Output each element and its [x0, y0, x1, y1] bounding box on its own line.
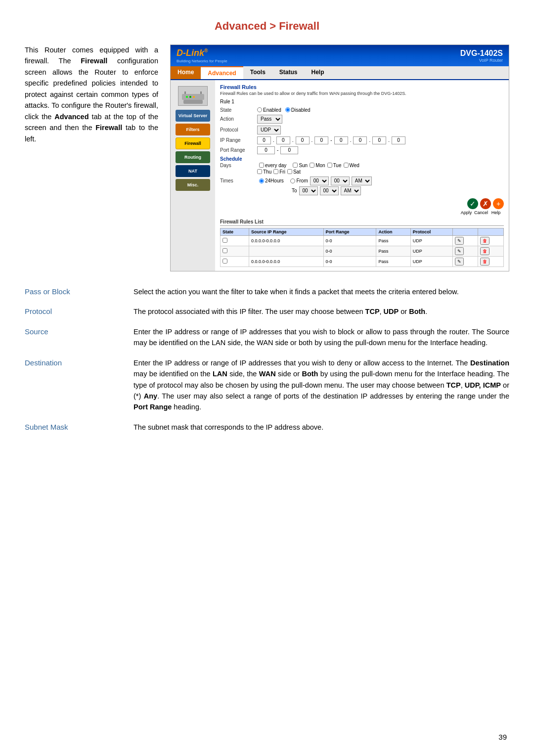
days-sat-label[interactable]: Sat	[287, 169, 301, 175]
term-pass-or-block: Pass or Block	[25, 286, 134, 297]
state-disabled-radio[interactable]	[285, 107, 290, 112]
device-type: VoIP Router	[460, 58, 503, 63]
sidebar-item-nat[interactable]: NAT	[176, 165, 210, 177]
days-mon-checkbox[interactable]	[310, 163, 314, 168]
times-24hours-label[interactable]: 24Hours	[259, 178, 284, 183]
state-controls: Enabled Disabled	[257, 107, 311, 113]
schedule-section-label: Schedule	[220, 156, 504, 162]
days-mon-label[interactable]: Mon	[310, 163, 325, 168]
fw-rule-1-state[interactable]	[222, 238, 227, 243]
svg-rect-2	[200, 91, 202, 94]
col-delete	[478, 228, 503, 235]
ip-range-row: IP Range . . . - . .	[220, 136, 504, 144]
days-thu-checkbox[interactable]	[257, 169, 262, 174]
router-nav: Home Advanced Tools Status Help	[171, 66, 509, 80]
help-button[interactable]: +	[493, 198, 504, 209]
action-select[interactable]: Pass Block	[257, 115, 282, 124]
def-source: Enter the IP address or range of IP addr…	[134, 326, 509, 349]
times-from-label[interactable]: From	[290, 178, 308, 183]
nav-tab-status[interactable]: Status	[272, 66, 305, 79]
protocol-row: Protocol UDP TCP Both	[220, 126, 504, 134]
sidebar-item-firewall[interactable]: Firewall	[176, 137, 210, 149]
sidebar-item-virtual-server[interactable]: Virtual Server	[176, 110, 210, 122]
device-info: DVG-1402S VoIP Router	[460, 49, 503, 63]
sidebar-item-routing[interactable]: Routing	[176, 151, 210, 163]
ip-range-input-5[interactable]	[334, 136, 348, 144]
svg-rect-6	[183, 100, 203, 104]
nav-tab-home[interactable]: Home	[171, 66, 201, 79]
ip-range-input-1[interactable]	[257, 136, 271, 144]
sidebar-item-misc[interactable]: Misc.	[176, 179, 210, 191]
times-from-row: Times 24Hours From 000112 001530	[220, 177, 504, 185]
state-enabled-label[interactable]: Enabled	[257, 107, 281, 113]
days-sat-checkbox[interactable]	[287, 169, 292, 174]
fw-rule-1-delete[interactable]: 🗑	[480, 237, 490, 245]
days-thu-label[interactable]: Thu	[257, 169, 271, 175]
days-tue-checkbox[interactable]	[327, 163, 332, 168]
protocol-select[interactable]: UDP TCP Both	[257, 126, 281, 134]
content-section-desc: Firewall Rules can be used to allow or d…	[220, 91, 504, 97]
fw-rule-2-state[interactable]	[222, 248, 227, 253]
col-source-ip: Source IP Range	[249, 228, 324, 235]
nav-tab-help[interactable]: Help	[305, 66, 331, 79]
section-protocol: Protocol The protocol associated with th…	[25, 306, 509, 317]
state-label: State	[220, 107, 257, 113]
state-enabled-radio[interactable]	[257, 107, 262, 112]
times-from-radio[interactable]	[290, 178, 295, 183]
days-wed-label[interactable]: Wed	[344, 163, 359, 168]
times-to-ampm[interactable]: AMPM	[341, 186, 361, 195]
svg-rect-1	[184, 91, 186, 94]
ip-range-input-2[interactable]	[276, 136, 290, 144]
protocol-label: Protocol	[220, 127, 257, 133]
times-from-ampm[interactable]: AMPM	[352, 177, 372, 185]
rule-label: Rule 1	[220, 99, 504, 104]
days-sun-checkbox[interactable]	[293, 163, 298, 168]
sidebar-item-filters[interactable]: Filters	[176, 124, 210, 135]
action-label: Action	[220, 116, 257, 122]
nav-tab-tools[interactable]: Tools	[243, 66, 272, 79]
times-to-min[interactable]: 001530	[320, 186, 339, 195]
dlink-tagline: Building Networks for People	[177, 59, 227, 63]
svg-point-3	[186, 96, 188, 98]
days-wed-checkbox[interactable]	[344, 163, 349, 168]
ip-range-input-8[interactable]	[392, 136, 405, 144]
fw-rule-2-delete[interactable]: 🗑	[480, 247, 490, 255]
nav-tab-advanced[interactable]: Advanced	[201, 66, 243, 79]
col-state: State	[221, 228, 249, 235]
port-range-from[interactable]	[257, 146, 275, 154]
ip-range-input-7[interactable]	[372, 136, 386, 144]
days-fri-checkbox[interactable]	[273, 169, 278, 174]
days-tue-label[interactable]: Tue	[327, 163, 342, 168]
fw-rule-1-protocol: UDP	[410, 235, 452, 246]
col-action: Action	[376, 228, 410, 235]
times-from-min[interactable]: 001530	[331, 177, 350, 185]
fw-rule-1-edit[interactable]: ✎	[455, 237, 464, 245]
port-range-to[interactable]	[280, 146, 298, 154]
days-everyday-label[interactable]: every day	[259, 163, 286, 168]
ip-range-input-6[interactable]	[353, 136, 367, 144]
times-from-hour[interactable]: 000112	[310, 177, 329, 185]
days-sun-label[interactable]: Sun	[293, 163, 308, 168]
apply-button[interactable]: ✓	[467, 198, 478, 209]
days-fri-label[interactable]: Fri	[273, 169, 285, 175]
fw-rule-3-state[interactable]	[222, 259, 227, 264]
main-layout: This Router comes equipped with a firewa…	[25, 44, 509, 271]
ip-range-input-3[interactable]	[296, 136, 310, 144]
term-destination: Destination	[25, 357, 134, 413]
page-number: 39	[498, 733, 507, 741]
times-to-hour[interactable]: 000112	[299, 186, 318, 195]
fw-rule-2-edit[interactable]: ✎	[455, 247, 464, 255]
def-pass-or-block: Select the action you want the filter to…	[134, 286, 509, 297]
fw-rule-3-edit[interactable]: ✎	[455, 258, 464, 266]
state-disabled-label[interactable]: Disabled	[285, 107, 311, 113]
times-24hours-radio[interactable]	[259, 178, 264, 183]
days-everyday-checkbox[interactable]	[259, 163, 264, 168]
fw-rule-3-delete[interactable]: 🗑	[480, 258, 490, 266]
fw-rule-1-source: 0.0.0.0-0.0.0.0	[249, 235, 324, 246]
col-edit	[452, 228, 478, 235]
fw-rule-2-port: 0-0	[323, 246, 376, 256]
ip-range-input-4[interactable]	[314, 136, 328, 144]
port-range-label: Port Range	[220, 147, 257, 153]
fw-rule-3-action: Pass	[376, 256, 410, 267]
cancel-button[interactable]: ✗	[480, 198, 491, 209]
